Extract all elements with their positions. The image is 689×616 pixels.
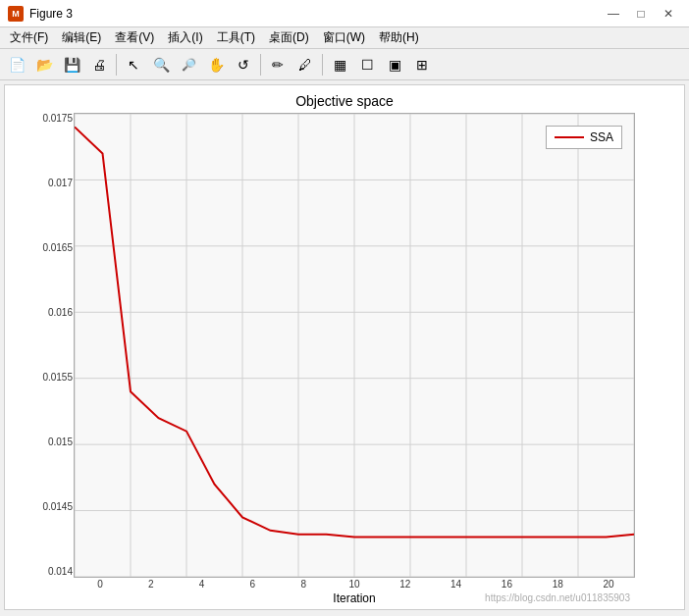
- menu-edit[interactable]: 编辑(E): [56, 27, 107, 48]
- legend-button[interactable]: ☐: [354, 52, 380, 77]
- menu-file[interactable]: 文件(F): [4, 27, 54, 48]
- zoom-out-button[interactable]: 🔎: [176, 52, 201, 77]
- legend-label: SSA: [590, 130, 613, 144]
- extra-button[interactable]: ⊞: [409, 52, 435, 77]
- annotate-button[interactable]: 🖊: [292, 52, 318, 77]
- toolbar: 📄 📂 💾 🖨 ↖ 🔍 🔎 ✋ ↺ ✏ 🖊 ▦ ☐ ▣ ⊞: [0, 49, 689, 80]
- print-button[interactable]: 🖨: [86, 52, 112, 77]
- legend: SSA: [546, 126, 622, 149]
- minimize-button[interactable]: —: [601, 4, 626, 24]
- draw-button[interactable]: ✏: [265, 52, 291, 77]
- y-tick-1: 0.0145: [27, 502, 73, 512]
- rotate-button[interactable]: ↺: [231, 52, 256, 77]
- y-tick-4: 0.016: [27, 308, 73, 318]
- plot-container: Objective space Best score obtained so f…: [4, 84, 685, 610]
- menu-window[interactable]: 窗口(W): [317, 27, 371, 48]
- zoom-in-button[interactable]: 🔍: [148, 52, 174, 77]
- window-controls: — □ ✕: [601, 4, 681, 24]
- y-tick-6: 0.017: [27, 179, 73, 188]
- title-bar: M Figure 3 — □ ✕: [0, 0, 689, 27]
- plot-title: Objective space: [5, 85, 684, 113]
- colorbar-button[interactable]: ▦: [327, 52, 352, 77]
- open-button[interactable]: 📂: [31, 52, 57, 77]
- y-tick-0: 0.014: [27, 567, 73, 577]
- new-button[interactable]: 📄: [4, 52, 29, 77]
- window-title: Figure 3: [29, 7, 601, 21]
- close-button[interactable]: ✕: [656, 4, 681, 24]
- y-tick-5: 0.0165: [27, 243, 73, 253]
- watermark: https://blog.csdn.net/u011835903: [485, 592, 630, 603]
- maximize-button[interactable]: □: [628, 4, 654, 24]
- toolbar-separator-2: [260, 54, 261, 76]
- pan-button[interactable]: ✋: [203, 52, 229, 77]
- menu-bar: 文件(F) 编辑(E) 查看(V) 插入(I) 工具(T) 桌面(D) 窗口(W…: [0, 27, 689, 49]
- menu-desktop[interactable]: 桌面(D): [263, 27, 315, 48]
- toolbar-separator-1: [116, 54, 117, 76]
- menu-tools[interactable]: 工具(T): [211, 27, 261, 48]
- toolbar-separator-3: [322, 54, 323, 76]
- y-tick-7: 0.0175: [27, 114, 73, 124]
- y-tick-3: 0.0155: [27, 373, 73, 383]
- save-button[interactable]: 💾: [59, 52, 84, 77]
- y-axis-ticks: 0.014 0.0145 0.015 0.0155 0.016 0.0165 0…: [27, 114, 73, 577]
- menu-help[interactable]: 帮助(H): [373, 27, 425, 48]
- app-icon: M: [8, 6, 24, 22]
- plot-area: 0.014 0.0145 0.015 0.0155 0.016 0.0165 0…: [74, 113, 635, 578]
- grid-button[interactable]: ▣: [382, 52, 407, 77]
- menu-view[interactable]: 查看(V): [109, 27, 160, 48]
- select-button[interactable]: ↖: [121, 52, 146, 77]
- menu-insert[interactable]: 插入(I): [162, 27, 208, 48]
- chart-svg: [75, 114, 634, 577]
- legend-line: [555, 136, 584, 138]
- y-tick-2: 0.015: [27, 437, 73, 447]
